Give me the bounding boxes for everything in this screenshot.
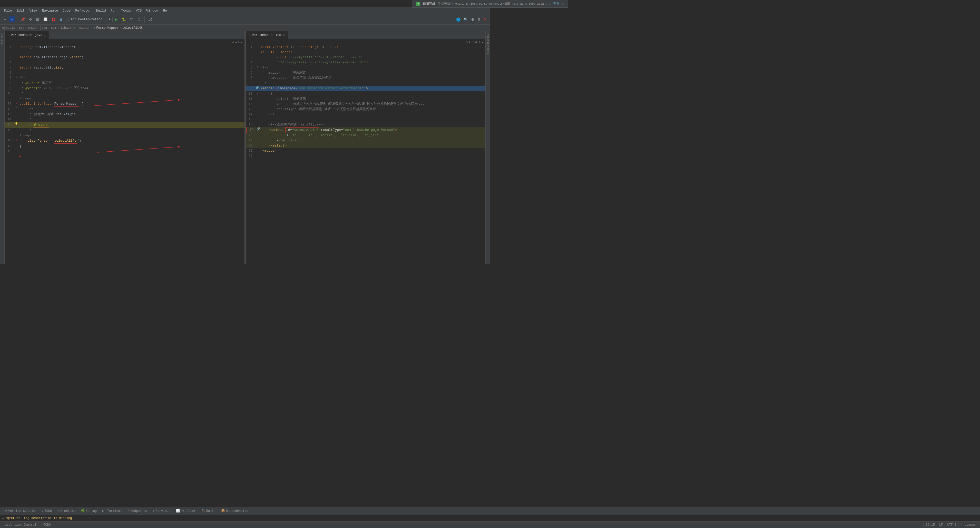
run-config-label: Add Configuration... — [71, 18, 108, 21]
coverage-button[interactable]: 🛡 — [129, 16, 135, 22]
xml-nav-up[interactable]: ∧ — [479, 40, 481, 44]
tab-personmapper-java[interactable]: J PersonMapper.java ✕ — [5, 31, 49, 39]
breadcrumb-java[interactable]: java — [40, 26, 47, 30]
java-line-5: 5 import java.util.List; — [5, 65, 245, 70]
java-tab-close[interactable]: ✕ — [44, 33, 46, 37]
java-line-7: 7 ⊟ /** — [5, 75, 245, 81]
menu-edit[interactable]: Edit — [14, 8, 27, 13]
menu-view[interactable]: View — [27, 8, 39, 13]
breadcrumb-mapper[interactable]: mapper — [79, 26, 90, 30]
breadcrumb-main[interactable]: main — [28, 26, 36, 30]
menu-window[interactable]: Window — [145, 8, 161, 13]
menu-refactor[interactable]: Refactor — [73, 8, 93, 13]
xml-line-1: 1 <?xml version="1.0" encoding="UTF-8" ?… — [246, 45, 486, 50]
translate-btn[interactable]: 🌐 — [455, 16, 461, 22]
xml-tab-close[interactable]: ✕ — [283, 33, 285, 37]
toolbar-btn-5[interactable]: ⭕ — [50, 16, 57, 22]
settings-btn[interactable]: ⚙ — [470, 16, 476, 22]
menu-tools[interactable]: Tools — [119, 8, 133, 13]
java-line-6: 6 — [5, 70, 245, 75]
notif-title: 截图完成 — [423, 2, 435, 6]
toolbar-btn-4[interactable]: ⬜ — [42, 16, 49, 22]
menu-items: File Edit View Navigate Code Refactor Bu… — [2, 8, 175, 13]
menu-run[interactable]: Run — [108, 8, 119, 13]
xml-line-11: 11 select 用于查询 — [246, 97, 486, 102]
xml-line-4: 4 "http://mybatis.org/dtd/mybatis-3-mapp… — [246, 60, 486, 65]
xml-code-content[interactable]: 1 <?xml version="1.0" encoding="UTF-8" ?… — [246, 45, 486, 264]
xml-editor-pane: X PersonMapper.xml ✕ ⋯ ⚠ 1 ✓ 2 ∧ ∨ 1 — [245, 31, 486, 264]
breadcrumb-src[interactable]: src — [19, 26, 25, 30]
xml-line-6: 6 mapper 映射配置 — [246, 70, 486, 75]
java-arrow-area: ➤ — [5, 154, 245, 159]
menu-navigate[interactable]: Navigate — [40, 8, 60, 13]
toolbar-more-btn[interactable]: ⊞ — [476, 16, 482, 22]
undo-button[interactable]: ↩ — [2, 16, 8, 22]
java-line-1: 1 package com.lihaozhe.mapper; — [5, 45, 245, 50]
java-nav-down[interactable]: ∨ — [241, 40, 242, 44]
xml-line-21: 21 </mapper> — [246, 148, 486, 153]
xml-ok-icon: ✓ — [473, 40, 474, 44]
java-line-9: 9 * @version 1.0.0 2022/7/6 下午1:34 — [5, 86, 245, 91]
xml-line-19: 19 FROM `person` — [246, 138, 486, 143]
debug-button[interactable]: 🐛 — [120, 16, 127, 22]
java-code-header: ⚠ 1 ∧ ∨ — [5, 39, 245, 45]
breadcrumb-com[interactable]: com — [51, 26, 56, 30]
java-line-4: 4 — [5, 60, 245, 65]
xml-line-9: 9 🔗 <mapper namespace="com.lihaozhe.mapp… — [246, 86, 486, 91]
toolbar-close-btn[interactable]: ✕ — [482, 16, 488, 23]
tab-personmapper-xml[interactable]: X PersonMapper.xml ✕ — [246, 31, 288, 39]
notif-body: 图片已保存/home/lhz/Pictures/Screenshots/截图_j… — [438, 2, 490, 6]
java-warn-icon: ⚠ — [232, 40, 234, 44]
search-everywhere-btn[interactable]: 🔍 — [463, 16, 469, 22]
profile-button[interactable]: ⏱ — [136, 16, 142, 22]
xml-file-icon: X — [249, 33, 251, 37]
redo-button[interactable]: ↪ — [9, 16, 15, 22]
java-line-3: 3 import com.lihaozhe.pojo.Person; — [5, 55, 245, 60]
java-usage-2: 1 usage — [5, 133, 245, 138]
menu-help[interactable]: He... — [161, 8, 175, 13]
run-config-dropdown[interactable]: Add Configuration... ▼ — [68, 17, 113, 22]
xml-line-17: 17 🔗 <select id="selectAll4t" resultType… — [246, 127, 486, 133]
right-sidebar: Notifications — [485, 31, 490, 264]
run-button[interactable]: ▶ — [114, 16, 119, 22]
menu-code[interactable]: Code — [60, 8, 73, 13]
java-nav-up[interactable]: ∧ — [238, 40, 240, 44]
toolbar-btn-2[interactable]: ⚙ — [27, 16, 33, 22]
left-sidebar: Project Bookmarks Structure — [0, 31, 5, 264]
toolbar-btn-6[interactable]: ◼ — [58, 16, 64, 22]
xml-line-5: 5 ⊟ <!-- — [246, 65, 486, 70]
java-line-19: 19 — [5, 149, 245, 154]
menu-vcs[interactable]: VCS — [134, 8, 144, 13]
breadcrumb-mybatis[interactable]: mybatis — [2, 26, 15, 30]
xml-line-13: 13 resultType 返回值数据类型 或者 一个泛型为该数据类型的集合 — [246, 107, 486, 112]
project-panel-tab[interactable]: Project — [0, 32, 4, 46]
java-editor-pane: J PersonMapper.java ✕ ⋯ ⚠ 1 ∧ ∨ 1 pack — [5, 31, 245, 264]
toolbar-btn-3[interactable]: ▦ — [35, 16, 41, 22]
java-line-2: 2 — [5, 50, 245, 55]
xml-line-12: 12 id 与接口中方法的名同名 即调用接口中方法的时候 该方法会找到该配置文件… — [246, 102, 486, 107]
java-line-12: 12 ⊟ /** — [5, 107, 245, 112]
xml-tab-more[interactable]: ⋯ — [479, 33, 485, 37]
breadcrumb-personmapper[interactable]: ◆PersonMapper — [94, 26, 119, 30]
java-code-content[interactable]: 1 package com.lihaozhe.mapper; 2 3 impor… — [5, 45, 245, 264]
xml-line-8: 8 --> — [246, 81, 486, 86]
notif-success-icon: ✓ — [416, 2, 420, 6]
xml-editor-tabs: X PersonMapper.xml ✕ ⋯ — [246, 31, 486, 39]
java-line-18: 18 } — [5, 144, 245, 149]
java-line-15: 15 💡 * @return — [5, 122, 245, 128]
java-file-icon: J — [8, 33, 10, 37]
menu-file[interactable]: File — [2, 8, 14, 13]
breadcrumb-lihaozhe[interactable]: lihaozhe — [60, 26, 75, 30]
xml-ok-count: 2 — [475, 40, 477, 43]
java-line-16: 16 */ — [5, 128, 245, 133]
java-red-arrow: ➤ — [19, 154, 21, 159]
notifications-tab[interactable]: Notifications — [486, 32, 490, 56]
menu-build[interactable]: Build — [94, 8, 108, 13]
toolbar-btn-vcs[interactable]: ⎇ — [147, 16, 154, 22]
xml-nav-down[interactable]: ∨ — [482, 40, 483, 44]
toolbar-btn-1[interactable]: 📌 — [19, 16, 26, 22]
breadcrumb-method[interactable]: selectAll4t — [123, 26, 143, 30]
tab-more-button[interactable]: ⋯ — [238, 33, 245, 37]
java-line-11: 11 ⚙ public interface PersonMapper { — [5, 101, 245, 107]
java-tab-label: PersonMapper.java — [11, 33, 42, 37]
